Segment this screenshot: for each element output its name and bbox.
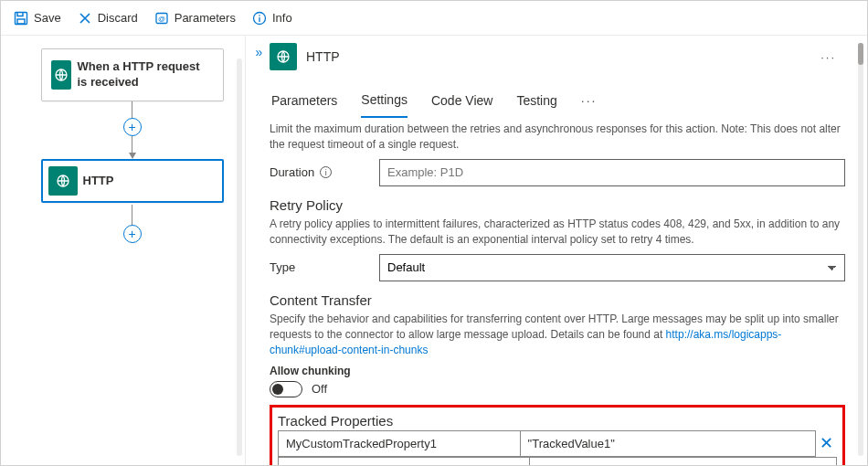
action-timeout-help: Limit the maximum duration between the r… [270,122,845,154]
tracked-properties-section: Tracked Properties MyCustomTrackedProper… [270,405,845,465]
designer-canvas[interactable]: When a HTTP request is received + HTTP + [1,36,246,465]
parameters-button[interactable]: @ Parameters [147,7,243,29]
save-icon [14,11,28,26]
tab-overflow[interactable]: ··· [581,88,598,117]
allow-chunking-state: Off [312,382,327,396]
duration-input[interactable] [379,159,845,186]
add-step-button-2[interactable]: + [123,225,142,243]
connector-2: + [28,205,236,243]
duration-label: Duration i [270,165,379,179]
content-transfer-help: Specify the behavior and capabilities fo… [270,312,845,359]
tab-parameters[interactable]: Parameters [271,88,337,117]
retry-type-label: Type [270,260,379,274]
http-trigger-icon [51,60,72,90]
pane-title: HTTP [306,49,340,64]
pane-tabs: Parameters Settings Code View Testing ··… [271,87,845,118]
info-button[interactable]: Info [245,7,300,29]
allow-chunking-toggle[interactable] [270,381,302,397]
pane-more-menu[interactable]: ··· [820,50,845,64]
tracked-property-row: MyCustomTrackedProperty1 "TrackedValue1" [279,430,816,456]
parameters-icon: @ [154,11,169,26]
tracked-value-cell[interactable]: "TrackedValue1" [520,430,815,456]
tracked-property-new-row: Key Value [279,457,837,465]
add-step-button[interactable]: + [123,118,142,136]
connector: + [28,101,236,159]
collapse-pane-icon[interactable]: » [256,45,260,59]
tracked-value-placeholder[interactable]: Value [529,457,836,465]
svg-point-5 [259,15,260,16]
discard-button[interactable]: Discard [70,7,145,29]
delete-tracked-property-button[interactable]: ✕ [816,433,837,453]
http-action-node[interactable]: HTTP [41,159,224,203]
tracked-properties-heading: Tracked Properties [278,413,837,429]
svg-rect-1 [17,19,25,24]
trigger-node[interactable]: When a HTTP request is received [41,48,224,101]
details-pane: » HTTP ··· Parameters Settings Code View… [246,36,867,465]
save-label: Save [34,11,61,25]
retry-policy-heading: Retry Policy [270,197,845,213]
http-action-icon [48,166,78,196]
allow-chunking-label: Allow chunking [270,365,845,377]
discard-label: Discard [98,11,138,25]
tracked-key-cell[interactable]: MyCustomTrackedProperty1 [279,430,521,456]
retry-type-select[interactable]: Default [379,254,845,281]
info-icon[interactable]: i [320,166,332,178]
top-toolbar: Save Discard @ Parameters Info [1,1,867,36]
tab-codeview[interactable]: Code View [431,88,492,117]
pane-http-icon [270,43,297,70]
http-action-node-label: HTTP [83,174,122,189]
trigger-node-label: When a HTTP request is received [77,59,218,90]
info-label: Info [272,11,292,25]
tracked-key-placeholder[interactable]: Key [279,457,530,465]
content-transfer-heading: Content Transfer [270,292,845,308]
retry-policy-help: A retry policy applies to intermittent f… [270,217,845,249]
save-button[interactable]: Save [6,7,69,29]
info-icon [252,11,267,26]
tab-testing[interactable]: Testing [516,88,556,117]
svg-text:@: @ [158,15,165,23]
tab-settings[interactable]: Settings [361,87,408,118]
discard-icon [78,11,92,26]
duration-label-text: Duration [270,165,314,179]
parameters-label: Parameters [175,11,236,25]
